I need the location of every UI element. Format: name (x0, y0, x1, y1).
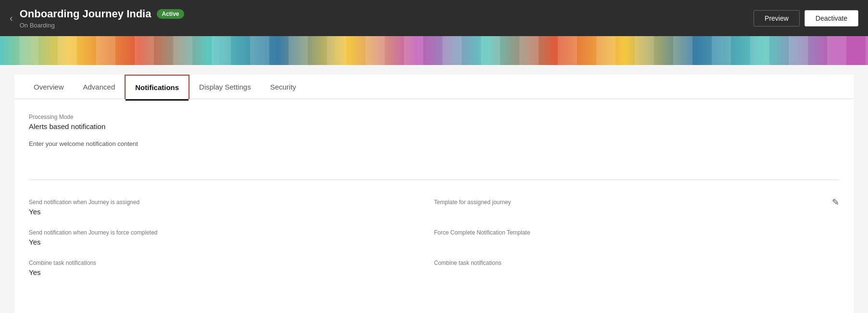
force-right-label: Force Complete Notification Template (434, 229, 840, 236)
header-bar: ‹ Onboarding Journey India Active On Boa… (0, 0, 868, 36)
force-left-label: Send notification when Journey is force … (29, 229, 434, 236)
main-content: Overview Advanced Notifications Display … (0, 65, 868, 313)
tab-advanced[interactable]: Advanced (74, 75, 125, 99)
header-title-group: Onboarding Journey India Active On Board… (20, 8, 184, 29)
edit-icon-container[interactable]: ✎ (832, 197, 839, 208)
combine-left-value: Yes (29, 268, 434, 276)
info-cell-combine-right: Combine task notifications (434, 253, 840, 283)
welcome-content-area (29, 151, 839, 180)
banner-strip (0, 36, 868, 65)
back-button[interactable]: ‹ (10, 13, 13, 24)
combine-right-label: Combine task notifications (434, 260, 840, 266)
assigned-left-label: Send notification when Journey is assign… (29, 199, 434, 206)
processing-mode-label: Processing Mode (29, 114, 839, 120)
header-title: Onboarding Journey India Active (20, 8, 184, 20)
processing-mode-section: Processing Mode Alerts based notificatio… (29, 114, 839, 130)
edit-icon[interactable]: ✎ (832, 197, 839, 207)
assigned-left-value: Yes (29, 208, 434, 216)
active-badge: Active (157, 9, 184, 19)
info-cell-force-right: Force Complete Notification Template (434, 222, 840, 253)
content-panel: Processing Mode Alerts based notificatio… (14, 99, 854, 313)
info-cell-assigned-right: Template for assigned journey (434, 192, 840, 222)
tabs-row: Overview Advanced Notifications Display … (14, 75, 854, 99)
info-grid: Send notification when Journey is assign… (29, 192, 839, 283)
processing-mode-value: Alerts based notification (29, 122, 839, 130)
combine-left-label: Combine task notifications (29, 260, 434, 266)
assigned-right-label: Template for assigned journey (434, 199, 840, 206)
tab-overview[interactable]: Overview (24, 75, 74, 99)
preview-button[interactable]: Preview (754, 10, 800, 26)
info-grid-container: Send notification when Journey is assign… (29, 192, 839, 283)
welcome-notification-label: Enter your welcome notification content (29, 140, 839, 147)
tab-security[interactable]: Security (261, 75, 306, 99)
force-left-value: Yes (29, 238, 434, 246)
tab-display-settings[interactable]: Display Settings (189, 75, 261, 99)
deactivate-button[interactable]: Deactivate (805, 10, 858, 26)
header-actions: Preview Deactivate (754, 10, 858, 26)
info-cell-force-left: Send notification when Journey is force … (29, 222, 434, 253)
header-subtitle: On Boarding (20, 22, 184, 29)
tab-notifications[interactable]: Notifications (125, 75, 189, 99)
info-cell-combine-left: Combine task notifications Yes (29, 253, 434, 283)
info-cell-assigned-left: Send notification when Journey is assign… (29, 192, 434, 222)
page-title: Onboarding Journey India (20, 8, 151, 20)
